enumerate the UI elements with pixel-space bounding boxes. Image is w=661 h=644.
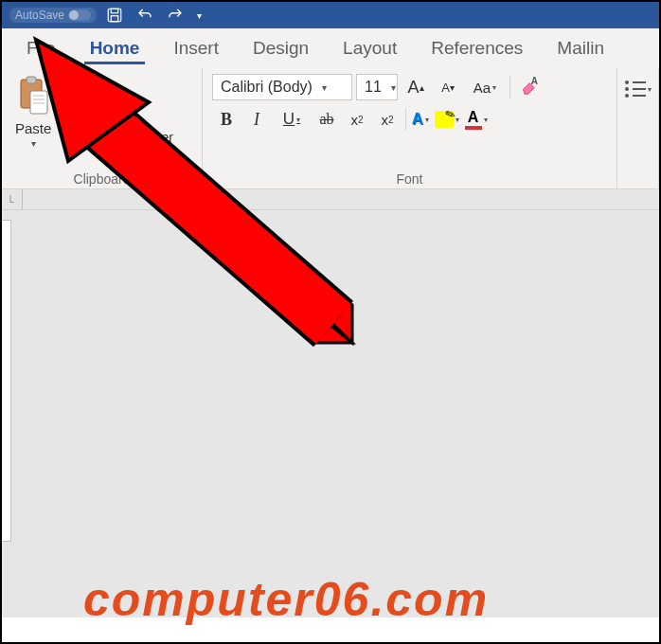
group-paragraph: ▾ xyxy=(617,68,659,188)
qat-customize-icon[interactable]: ▾ xyxy=(197,10,202,21)
chevron-down-icon: ▾ xyxy=(391,82,396,93)
svg-text:A: A xyxy=(531,77,538,86)
tab-design-label: Design xyxy=(253,38,309,59)
svg-point-1 xyxy=(69,10,79,20)
strikethrough-button[interactable]: ab xyxy=(313,106,341,133)
italic-button[interactable]: I xyxy=(242,106,271,133)
svg-rect-7 xyxy=(30,91,47,114)
cut-button[interactable] xyxy=(63,76,173,96)
group-font: Calibri (Body) ▾ 11 ▾ A▴ A▾ Aa▾ xyxy=(203,68,617,188)
autosave-toggle[interactable]: AutoSave xyxy=(9,8,97,23)
svg-point-11 xyxy=(65,79,70,83)
font-size-value: 11 xyxy=(365,79,382,96)
shrink-font-button[interactable]: A▾ xyxy=(434,74,462,100)
format-painter-label: Format Painter xyxy=(85,130,173,145)
tab-insert[interactable]: Insert xyxy=(156,28,236,68)
tab-file-label: File xyxy=(27,38,56,59)
underline-button[interactable]: U▾ xyxy=(273,106,311,133)
eraser-icon: A xyxy=(521,77,540,98)
tab-layout-label: Layout xyxy=(343,38,397,59)
undo-icon[interactable] xyxy=(136,7,153,24)
svg-rect-14 xyxy=(68,106,78,116)
paste-button[interactable]: Paste ▾ xyxy=(11,74,55,151)
ruler: L xyxy=(2,189,659,210)
tab-mailings[interactable]: Mailin xyxy=(540,28,621,68)
chevron-down-icon: ▾ xyxy=(322,82,327,93)
separator xyxy=(509,76,510,98)
font-family-value: Calibri (Body) xyxy=(221,79,313,96)
grow-font-button[interactable]: A▴ xyxy=(402,74,430,100)
tab-file[interactable]: File xyxy=(9,28,73,68)
font-family-combo[interactable]: Calibri (Body) ▾ xyxy=(212,74,352,100)
separator xyxy=(405,108,406,131)
group-clipboard-label: Clipboard xyxy=(11,170,192,187)
tab-home-label: Home xyxy=(90,38,140,59)
tab-alignment-left-icon[interactable]: L xyxy=(2,189,23,209)
chevron-down-icon[interactable]: ▾ xyxy=(31,138,36,149)
format-painter-button[interactable]: Format Painter xyxy=(63,127,173,147)
font-color-button[interactable]: A ▾ xyxy=(463,110,490,130)
superscript-button[interactable]: x2 xyxy=(373,106,402,133)
svg-point-12 xyxy=(65,86,70,91)
copy-button[interactable] xyxy=(63,101,173,121)
svg-rect-3 xyxy=(111,9,118,13)
svg-rect-4 xyxy=(111,16,118,22)
bullets-button[interactable]: ▾ xyxy=(623,76,652,102)
text-effects-icon: A xyxy=(412,112,423,127)
highlight-icon: ✎ xyxy=(435,111,454,128)
copy-icon xyxy=(63,101,80,121)
document-area[interactable] xyxy=(2,210,659,617)
save-icon[interactable] xyxy=(106,7,123,24)
group-font-label: Font xyxy=(212,170,607,187)
page-edge xyxy=(2,220,11,542)
title-bar: AutoSave ▾ xyxy=(2,2,659,28)
bold-button[interactable]: B xyxy=(212,106,241,133)
svg-rect-2 xyxy=(108,9,121,22)
change-case-button[interactable]: Aa▾ xyxy=(466,74,504,100)
autosave-label: AutoSave xyxy=(15,9,64,22)
clear-formatting-button[interactable]: A xyxy=(516,74,545,100)
group-clipboard: Paste ▾ Format Pai xyxy=(2,68,203,188)
clipboard-icon xyxy=(15,76,51,118)
redo-icon[interactable] xyxy=(167,7,184,24)
tab-insert-label: Insert xyxy=(173,38,219,59)
ribbon-tabs: File Home Insert Design Layout Reference… xyxy=(2,28,659,68)
font-size-combo[interactable]: 11 ▾ xyxy=(356,74,398,100)
tab-references[interactable]: References xyxy=(414,28,540,68)
tab-references-label: References xyxy=(431,38,523,59)
tab-home[interactable]: Home xyxy=(73,28,157,68)
paintbrush-icon xyxy=(63,127,80,147)
highlight-color-button[interactable]: ✎ ▾ xyxy=(433,111,461,128)
paste-label: Paste xyxy=(15,120,51,136)
ribbon: Paste ▾ Format Pai xyxy=(2,68,659,189)
watermark-text: computer06.com xyxy=(83,572,489,627)
subscript-button[interactable]: x2 xyxy=(343,106,371,133)
tab-design[interactable]: Design xyxy=(236,28,326,68)
scissors-icon xyxy=(63,76,80,96)
font-color-icon: A xyxy=(468,110,479,125)
svg-rect-6 xyxy=(27,77,36,83)
bullets-icon xyxy=(625,80,646,98)
tab-layout[interactable]: Layout xyxy=(326,28,414,68)
tab-mailings-label: Mailin xyxy=(557,38,604,59)
text-effects-button[interactable]: A ▾ xyxy=(410,112,431,127)
